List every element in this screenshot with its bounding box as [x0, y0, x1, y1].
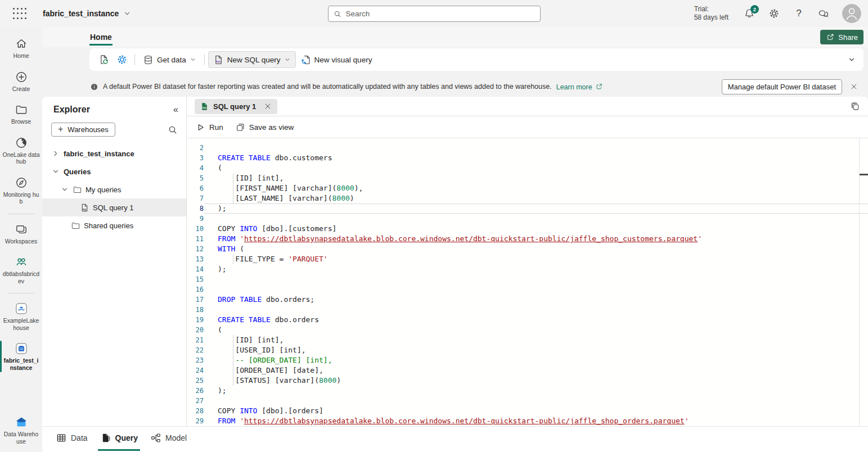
- line-text[interactable]: [ID] [int],: [204, 335, 868, 345]
- rail-item-dbtlabsfabricdev[interactable]: dbtlabsfabricdev: [0, 252, 42, 288]
- tree-item-fabric-test-instance[interactable]: fabric_test_instance: [42, 144, 186, 162]
- account-avatar[interactable]: [842, 4, 861, 23]
- rail-item-data-warehouse[interactable]: Data Warehouse: [0, 412, 42, 448]
- copy-icon[interactable]: [850, 101, 860, 111]
- code-line-16[interactable]: 16: [187, 284, 868, 295]
- rail-item-home[interactable]: Home: [0, 34, 42, 63]
- code-line-20[interactable]: 20(: [187, 325, 868, 335]
- dismiss-banner-button[interactable]: [847, 79, 861, 94]
- code-line-21[interactable]: 21 [ID] [int],: [187, 335, 868, 345]
- workspace-switcher[interactable]: fabric_test_instance: [43, 9, 131, 18]
- rail-item-fabric-test-instance[interactable]: fabric_test_instance: [0, 338, 42, 374]
- rail-item-browse[interactable]: Browse: [0, 100, 42, 129]
- line-text[interactable]: );: [204, 386, 868, 396]
- line-text[interactable]: [FIRST_NAME] [varchar](8000),: [204, 183, 868, 193]
- code-line-15[interactable]: 15: [187, 274, 868, 284]
- rail-item-onelake-data-hub[interactable]: OneLake data hub: [0, 133, 42, 169]
- tab-sql-query-1[interactable]: SQL SQL query 1: [195, 99, 277, 114]
- code-line-11[interactable]: 11FROM 'https://dbtlabsynapsedatalake.bl…: [187, 234, 868, 244]
- learn-more-link[interactable]: Learn more: [556, 83, 603, 91]
- tree-item-sql-query-1[interactable]: SQLSQL query 1: [42, 198, 186, 216]
- save-as-view-button[interactable]: Save as view: [236, 123, 294, 132]
- settings-button[interactable]: [768, 7, 780, 20]
- code-line-22[interactable]: 22 [USER_ID] [int],: [187, 345, 868, 355]
- code-line-23[interactable]: 23 -- [ORDER_DATE] [int],: [187, 355, 868, 365]
- code-line-3[interactable]: 3CREATE TABLE dbo.customers: [187, 153, 868, 163]
- line-text[interactable]: [204, 396, 868, 406]
- code-line-14[interactable]: 14);: [187, 264, 868, 274]
- code-line-6[interactable]: 6 [FIRST_NAME] [varchar](8000),: [187, 183, 868, 193]
- rail-item-workspaces[interactable]: Workspaces: [0, 219, 42, 248]
- line-text[interactable]: COPY INTO [dbo].[orders]: [204, 406, 868, 416]
- line-text[interactable]: DROP TABLE dbo.orders;: [204, 295, 868, 305]
- line-text[interactable]: FROM 'https://dbtlabsynapsedatalake.blob…: [204, 234, 868, 244]
- tree-item-my-queries[interactable]: My queries: [42, 180, 186, 198]
- rail-item-monitoring-hub[interactable]: Monitoring hub: [0, 173, 42, 209]
- new-visual-query-button[interactable]: New visual query: [296, 51, 377, 68]
- code-line-12[interactable]: 12WITH (: [187, 244, 868, 254]
- add-warehouses-button[interactable]: + Warehouses: [51, 123, 115, 137]
- view-tab-query[interactable]: Query: [98, 427, 140, 451]
- code-line-13[interactable]: 13 FILE_TYPE = 'PARQUET': [187, 254, 868, 264]
- code-line-5[interactable]: 5 [ID] [int],: [187, 173, 868, 183]
- line-text[interactable]: );: [204, 264, 868, 274]
- code-line-25[interactable]: 25 [STATUS] [varchar](8000): [187, 376, 868, 386]
- code-line-4[interactable]: 4(: [187, 163, 868, 173]
- tree-item-shared-queries[interactable]: Shared queries: [42, 216, 186, 234]
- global-search[interactable]: [328, 6, 541, 22]
- line-text[interactable]: (: [204, 325, 868, 335]
- chevron-down-icon[interactable]: [60, 185, 69, 194]
- line-text[interactable]: COPY INTO [dbo].[customers]: [204, 224, 868, 234]
- code-line-29[interactable]: 29FROM 'https://dbtlabsynapsedatalake.bl…: [187, 416, 868, 426]
- line-text[interactable]: [204, 305, 868, 315]
- new-sql-query-button[interactable]: SQL New SQL query: [208, 51, 296, 68]
- code-line-7[interactable]: 7 [LAST_NAME] [varchar](8000): [187, 193, 868, 204]
- view-tab-model[interactable]: Model: [148, 427, 189, 451]
- code-line-9[interactable]: 9: [187, 214, 868, 224]
- rail-item-examplelakehouse[interactable]: ExampleLakehouse: [0, 299, 42, 335]
- app-launcher-icon[interactable]: [12, 7, 27, 20]
- code-line-8[interactable]: 8);: [187, 204, 868, 214]
- line-text[interactable]: WITH (: [204, 244, 868, 254]
- code-line-2[interactable]: 2: [187, 143, 868, 153]
- line-text[interactable]: );: [204, 204, 868, 214]
- line-text[interactable]: [204, 214, 868, 224]
- code-line-27[interactable]: 27: [187, 396, 868, 406]
- line-text[interactable]: [STATUS] [varchar](8000): [204, 376, 868, 386]
- line-text[interactable]: [ID] [int],: [204, 173, 868, 183]
- feedback-button[interactable]: [817, 7, 830, 20]
- line-text[interactable]: FROM 'https://dbtlabsynapsedatalake.blob…: [204, 416, 868, 426]
- collapse-explorer-icon[interactable]: «: [173, 105, 178, 114]
- line-text[interactable]: [LAST_NAME] [varchar](8000): [204, 193, 868, 204]
- line-text[interactable]: -- [ORDER_DATE] [int],: [204, 355, 868, 365]
- code-line-18[interactable]: 18: [187, 305, 868, 315]
- code-line-28[interactable]: 28COPY INTO [dbo].[orders]: [187, 406, 868, 416]
- collapse-ribbon-chevron-icon[interactable]: [848, 56, 856, 64]
- line-text[interactable]: [204, 274, 868, 284]
- chevron-down-icon[interactable]: [51, 167, 60, 176]
- code-line-26[interactable]: 26);: [187, 386, 868, 396]
- run-button[interactable]: Run: [196, 123, 223, 132]
- notifications-button[interactable]: 2: [743, 7, 755, 20]
- sql-code-editor[interactable]: 23CREATE TABLE dbo.customers4(5 [ID] [in…: [187, 138, 868, 426]
- close-tab-icon[interactable]: [263, 102, 272, 111]
- share-button[interactable]: Share: [820, 30, 863, 44]
- code-line-24[interactable]: 24 [ORDER_DATE] [date],: [187, 365, 868, 376]
- code-line-17[interactable]: 17DROP TABLE dbo.orders;: [187, 295, 868, 305]
- refresh-button[interactable]: [95, 51, 113, 68]
- chevron-right-icon[interactable]: [51, 149, 60, 158]
- line-text[interactable]: [USER_ID] [int],: [204, 345, 868, 355]
- line-text[interactable]: [204, 284, 868, 295]
- explorer-search-icon[interactable]: [167, 124, 178, 135]
- view-tab-data[interactable]: Data: [53, 427, 90, 451]
- code-line-19[interactable]: 19CREATE TABLE dbo.orders: [187, 315, 868, 325]
- line-text[interactable]: [ORDER_DATE] [date],: [204, 365, 868, 376]
- query-settings-button[interactable]: [113, 51, 131, 68]
- tab-home[interactable]: Home: [89, 29, 113, 46]
- line-text[interactable]: (: [204, 163, 868, 173]
- line-text[interactable]: CREATE TABLE dbo.orders: [204, 315, 868, 325]
- code-line-10[interactable]: 10COPY INTO [dbo].[customers]: [187, 224, 868, 234]
- search-input[interactable]: [346, 10, 536, 18]
- rail-item-create[interactable]: Create: [0, 67, 42, 96]
- line-text[interactable]: CREATE TABLE dbo.customers: [204, 153, 868, 163]
